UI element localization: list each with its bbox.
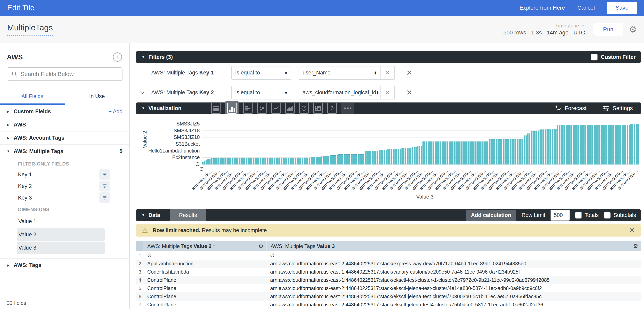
bar[interactable] [277, 158, 279, 164]
bar[interactable] [323, 156, 324, 164]
bar[interactable] [209, 159, 210, 164]
bar[interactable] [335, 155, 336, 164]
table-icon[interactable] [211, 103, 220, 114]
cell-value3[interactable]: arn:aws:cloudformation:us-east-2:4486402… [266, 302, 641, 308]
bar[interactable] [532, 131, 534, 165]
bar[interactable] [307, 158, 308, 164]
bar[interactable] [442, 142, 443, 164]
bar[interactable] [480, 142, 482, 164]
field-item-value-1[interactable]: Value 1 [17, 215, 105, 228]
bar[interactable] [206, 160, 207, 164]
sidebar-section-custom-fields[interactable]: ▶Custom Fields+ Add [0, 105, 129, 118]
bar[interactable] [600, 125, 602, 164]
column-chart-icon-selected[interactable] [225, 101, 238, 115]
pie-chart-icon[interactable] [300, 103, 308, 114]
bar[interactable] [228, 158, 230, 164]
bar[interactable] [590, 125, 592, 164]
bar[interactable] [625, 125, 626, 164]
bar[interactable] [380, 150, 382, 164]
bar[interactable] [520, 139, 522, 164]
bar[interactable] [445, 142, 446, 164]
bar[interactable] [527, 134, 529, 164]
collapse-visualization-icon[interactable]: ▼ [142, 106, 145, 110]
bar[interactable] [496, 139, 497, 164]
tab-in-use[interactable]: In Use [65, 90, 129, 105]
sidebar-section-aws-tags[interactable]: ▶AWS: Tags [0, 259, 129, 272]
bar[interactable] [361, 154, 363, 164]
bar[interactable] [212, 158, 214, 164]
cell-value2[interactable]: ControlPlane [143, 294, 266, 300]
bar[interactable] [410, 148, 412, 164]
bar[interactable] [263, 158, 265, 164]
bar[interactable] [470, 142, 471, 164]
bar[interactable] [267, 158, 268, 164]
filter-operator-select[interactable]: is equal to▲▼ [231, 66, 292, 80]
bar[interactable] [291, 158, 292, 164]
bar[interactable] [202, 162, 204, 164]
chevron-down-icon[interactable] [140, 91, 151, 94]
bar[interactable] [503, 139, 504, 164]
bar[interactable] [557, 125, 558, 164]
cell-value2[interactable]: ControlPlane [143, 286, 266, 291]
column-header-value2[interactable]: AWS: Multiple Tags Value 2↑ ⚙ [143, 241, 266, 251]
bar[interactable] [270, 158, 272, 164]
sidebar-section-aws-account-tags[interactable]: ▶AWS: Account Tags [0, 132, 129, 145]
bar[interactable] [536, 131, 537, 165]
bar[interactable] [454, 142, 455, 164]
bar[interactable] [268, 158, 270, 164]
bar[interactable] [242, 158, 244, 164]
bar[interactable] [386, 150, 387, 164]
bar[interactable] [356, 154, 358, 164]
cell-value3[interactable]: arn:aws:cloudformation:us-east-1:4486402… [266, 277, 641, 283]
data-header-bar[interactable]: ▼ Data Results Add calculation Row Limit… [136, 209, 641, 221]
bar[interactable] [490, 139, 492, 164]
cell-value3[interactable]: arn:aws:cloudformation:us-east-2:4486402… [266, 261, 641, 266]
custom-filter-toggle[interactable]: Custom Filter [591, 54, 636, 60]
bar[interactable] [316, 157, 317, 164]
bar[interactable] [344, 154, 345, 164]
table-row[interactable]: 3CodeHashLambdaarn:aws:cloudformation:us… [136, 268, 641, 276]
collapse-filters-icon[interactable]: ▼ [142, 55, 145, 59]
bar[interactable] [449, 142, 450, 164]
bar[interactable] [638, 124, 639, 164]
bar[interactable] [456, 142, 457, 164]
bar[interactable] [424, 142, 426, 164]
bar[interactable] [211, 158, 212, 164]
explore-from-here-button[interactable]: Explore from Here [520, 4, 565, 11]
bar[interactable] [225, 158, 226, 164]
cell-value2[interactable]: CodeHashLambda [143, 269, 266, 275]
bar[interactable] [258, 158, 260, 164]
bar[interactable] [559, 125, 560, 164]
bar[interactable] [574, 125, 576, 164]
scatter-chart-icon[interactable] [257, 103, 266, 114]
filter-operator-select[interactable]: is equal to▲▼ [231, 86, 292, 100]
bar[interactable] [216, 158, 218, 164]
bar[interactable] [534, 131, 536, 165]
bar[interactable] [319, 157, 320, 164]
bar[interactable] [403, 148, 404, 164]
bar[interactable] [365, 151, 366, 164]
bar[interactable] [328, 156, 330, 164]
bar[interactable] [230, 158, 232, 164]
bar[interactable] [260, 158, 261, 164]
bar[interactable] [223, 158, 224, 164]
totals-checkbox[interactable] [575, 212, 582, 218]
bar-chart[interactable]: Value 2 ∅Ec2InstanceHello1LambdaFunction… [136, 114, 641, 209]
bar[interactable] [630, 124, 632, 164]
line-chart-icon[interactable] [271, 103, 280, 114]
bar[interactable] [368, 151, 370, 164]
bar[interactable] [564, 125, 565, 164]
filter-value-select[interactable]: aws_cloudformation_logical_id▲▼ [299, 86, 380, 99]
bar[interactable] [396, 149, 398, 164]
bar[interactable] [429, 142, 431, 164]
bar[interactable] [610, 125, 611, 164]
bar[interactable] [388, 149, 389, 164]
bar[interactable] [370, 151, 372, 164]
bar[interactable] [450, 142, 452, 164]
bar[interactable] [248, 158, 249, 164]
bar[interactable] [288, 158, 289, 164]
bar[interactable] [298, 158, 300, 164]
column-gear-icon[interactable]: ⚙ [258, 243, 263, 250]
bar[interactable] [324, 156, 326, 164]
filter-field-button[interactable] [99, 181, 110, 192]
